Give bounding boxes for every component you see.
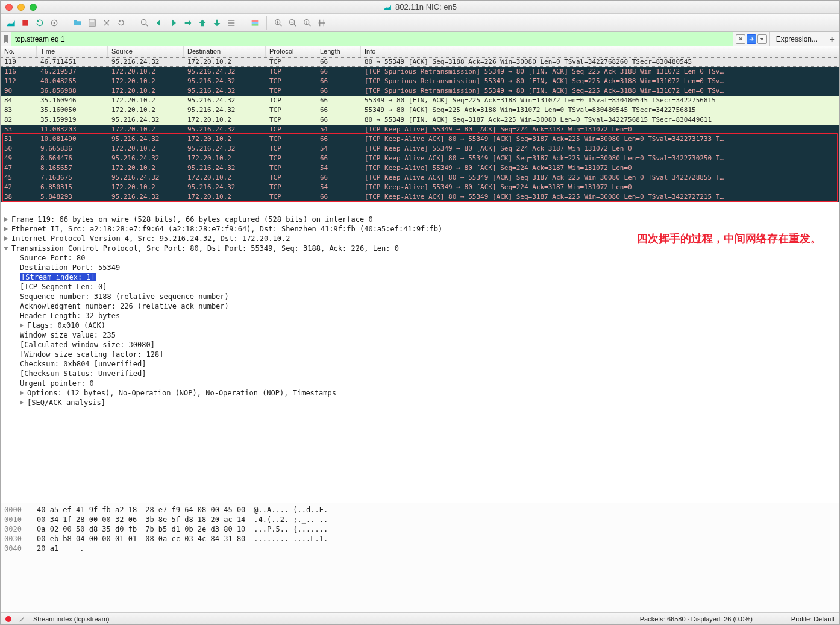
packet-row[interactable]: 385.84829395.216.24.32172.20.10.2TCP66[T…: [1, 192, 839, 202]
edit-icon[interactable]: [19, 615, 26, 623]
bookmark-icon: [3, 35, 9, 43]
packet-row[interactable]: 8335.160050172.20.10.295.216.24.32TCP665…: [1, 105, 839, 115]
find-packet-button[interactable]: [138, 16, 151, 30]
status-bar: Stream index (tcp.stream) Packets: 66580…: [1, 612, 839, 624]
detail-tcp-seg-len: [TCP Segment Len: 0]: [20, 283, 107, 291]
detail-seq: Sequence number: 3188 (relative sequence…: [20, 292, 229, 301]
auto-scroll-button[interactable]: [225, 16, 238, 30]
colorize-button[interactable]: [248, 16, 262, 30]
col-length[interactable]: Length: [316, 46, 361, 57]
svg-rect-0: [22, 20, 28, 25]
packet-list[interactable]: 11946.71145195.216.24.32172.20.10.2TCP66…: [1, 57, 839, 212]
detail-stream-index: [Stream index: 1]: [20, 273, 96, 281]
window-title-text: 802.11n NIC: en5: [395, 2, 457, 11]
goto-last-button[interactable]: [210, 16, 224, 30]
col-time[interactable]: Time: [37, 46, 108, 57]
add-filter-button[interactable]: +: [824, 32, 839, 46]
goto-first-button[interactable]: [196, 16, 209, 30]
goto-packet-button[interactable]: [181, 16, 195, 30]
filter-history-button[interactable]: ▾: [757, 34, 767, 44]
reload-button[interactable]: [114, 16, 128, 30]
detail-ip: Internet Protocol Version 4, Src: 95.216…: [11, 234, 290, 243]
packet-row[interactable]: 478.165657172.20.10.295.216.24.32TCP54[T…: [1, 163, 839, 173]
svg-point-5: [142, 19, 146, 24]
zoom-window-button[interactable]: [30, 4, 37, 11]
hex-row: 003000 eb b8 04 00 00 01 0108 0a cc 03 4…: [4, 535, 836, 544]
packet-row[interactable]: 9036.856988172.20.10.295.216.24.32TCP66[…: [1, 86, 839, 96]
expand-icon[interactable]: [20, 323, 24, 328]
zoom-reset-button[interactable]: 1: [301, 16, 314, 30]
wireshark-fin-icon: [383, 3, 392, 11]
filter-bookmark-button[interactable]: [1, 32, 11, 46]
detail-src-port: Source Port: 80: [20, 254, 85, 262]
hex-row: 000040 a5 ef 41 9f fb a2 1828 e7 f9 64 0…: [4, 506, 836, 515]
col-protocol[interactable]: Protocol: [266, 46, 316, 57]
detail-options: Options: (12 bytes), No-Operation (NOP),…: [27, 389, 336, 397]
stop-capture-button[interactable]: [19, 16, 32, 30]
detail-dst-port: Destination Port: 55349: [20, 263, 120, 272]
col-destination[interactable]: Destination: [184, 46, 266, 57]
col-source[interactable]: Source: [108, 46, 184, 57]
collapse-icon[interactable]: [4, 247, 8, 250]
zoom-in-button[interactable]: [272, 16, 285, 30]
packet-row[interactable]: 426.850315172.20.10.295.216.24.32TCP54[T…: [1, 183, 839, 192]
go-forward-button[interactable]: [167, 16, 180, 30]
col-info[interactable]: Info: [361, 46, 839, 57]
col-no[interactable]: No.: [1, 46, 37, 57]
packet-row[interactable]: 498.66447695.216.24.32172.20.10.2TCP66[T…: [1, 154, 839, 163]
detail-cksum-status: [Checksum Status: Unverified]: [20, 369, 146, 378]
packet-row[interactable]: 11646.219537172.20.10.295.216.24.32TCP66…: [1, 67, 839, 77]
packet-row[interactable]: 8435.160946172.20.10.295.216.24.32TCP665…: [1, 96, 839, 105]
save-file-button[interactable]: [86, 16, 99, 30]
status-profile[interactable]: Profile: Default: [791, 615, 835, 623]
expert-info-button[interactable]: [5, 616, 11, 622]
svg-rect-7: [252, 22, 259, 24]
display-filter-bar: ✕ ➜ ▾ Expression... +: [1, 32, 839, 46]
expand-icon[interactable]: [4, 217, 8, 222]
packet-row[interactable]: 8235.15991995.216.24.32172.20.10.2TCP668…: [1, 115, 839, 125]
expand-icon[interactable]: [4, 236, 8, 241]
filter-controls: ✕ ➜ ▾: [733, 32, 769, 46]
detail-cksum: Checksum: 0xb804 [unverified]: [20, 360, 146, 368]
detail-hdr-len: Header Length: 32 bytes: [20, 312, 120, 320]
expand-icon[interactable]: [20, 400, 24, 405]
svg-point-2: [54, 22, 55, 24]
expression-button[interactable]: Expression...: [769, 32, 824, 46]
hex-row: 001000 34 1f 28 00 00 32 063b 8e 5f d8 1…: [4, 515, 836, 525]
detail-flags: Flags: 0x010 (ACK): [27, 321, 105, 330]
clear-filter-button[interactable]: ✕: [736, 34, 745, 44]
open-file-button[interactable]: [71, 16, 84, 30]
packet-row[interactable]: 11240.048265172.20.10.295.216.24.32TCP66…: [1, 77, 839, 86]
packet-bytes-pane[interactable]: 000040 a5 ef 41 9f fb a2 1828 e7 f9 64 0…: [1, 503, 839, 612]
titlebar: 802.11n NIC: en5: [1, 1, 839, 14]
go-back-button[interactable]: [152, 16, 166, 30]
packet-row[interactable]: 457.16367595.216.24.32172.20.10.2TCP66[T…: [1, 173, 839, 183]
minimize-window-button[interactable]: [17, 4, 25, 11]
display-filter-input[interactable]: [11, 32, 733, 46]
detail-win: Window size value: 235: [20, 331, 116, 339]
detail-eth: Ethernet II, Src: a2:18:28:e7:f9:64 (a2:…: [11, 225, 442, 233]
packet-row[interactable]: 5311.083203172.20.10.295.216.24.32TCP54[…: [1, 125, 839, 134]
resize-columns-button[interactable]: [315, 16, 328, 30]
capture-options-button[interactable]: [48, 16, 61, 30]
zoom-out-button[interactable]: [286, 16, 299, 30]
expand-icon[interactable]: [20, 391, 24, 395]
svg-rect-8: [252, 24, 259, 26]
start-capture-button[interactable]: [4, 16, 17, 30]
window-title: 802.11n NIC: en5: [383, 2, 457, 11]
status-field: Stream index (tcp.stream): [33, 615, 110, 623]
close-window-button[interactable]: [5, 4, 13, 11]
packet-row[interactable]: 509.665836172.20.10.295.216.24.32TCP54[T…: [1, 144, 839, 154]
close-file-button[interactable]: [100, 16, 113, 30]
detail-frame: Frame 119: 66 bytes on wire (528 bits), …: [11, 215, 373, 224]
packet-row[interactable]: 11946.71145195.216.24.32172.20.10.2TCP66…: [1, 57, 839, 67]
expand-icon[interactable]: [4, 227, 8, 231]
apply-filter-button[interactable]: ➜: [747, 34, 756, 44]
hex-row: 004020 a1 .: [4, 544, 836, 554]
packet-details-pane[interactable]: 四次挥手的过程，中间网络存在重发。 Frame 119: 66 bytes on…: [1, 212, 839, 503]
packet-list-header: No. Time Source Destination Protocol Len…: [1, 46, 839, 57]
restart-capture-button[interactable]: [33, 16, 46, 30]
packet-row[interactable]: 5110.08149095.216.24.32172.20.10.2TCP66[…: [1, 134, 839, 144]
annotation-text: 四次挥手的过程，中间网络存在重发。: [637, 231, 821, 246]
status-packet-stats: Packets: 66580 · Displayed: 26 (0.0%): [640, 615, 753, 623]
